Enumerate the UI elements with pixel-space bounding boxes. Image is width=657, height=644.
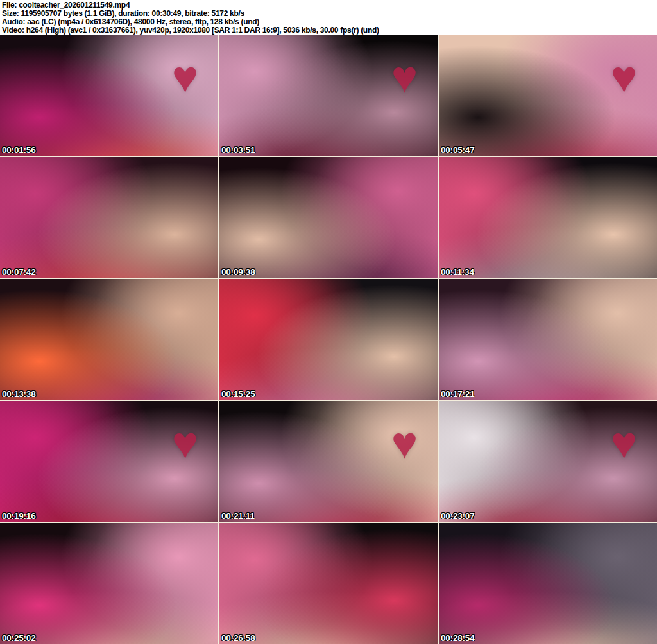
- video-contact-sheet: File: coolteacher_202601211549.mp4 Size:…: [0, 0, 657, 644]
- video-thumbnail: ♥ 00:07:42: [0, 157, 218, 278]
- thumbnail-image: [439, 523, 657, 644]
- timestamp-overlay: 00:19:16: [2, 511, 35, 521]
- file-info-header: File: coolteacher_202601211549.mp4 Size:…: [0, 0, 657, 35]
- heart-decor-icon: ♥: [391, 421, 418, 466]
- video-thumbnail: ♥ 00:19:16: [0, 401, 218, 522]
- timestamp-overlay: 00:28:54: [441, 633, 474, 643]
- thumbnail-grid: ♥ 00:01:56 ♥ 00:03:51 ♥ 00:05:47 ♥ 00:07…: [0, 35, 657, 644]
- heart-decor-icon: ♥: [172, 55, 199, 100]
- timestamp-overlay: 00:05:47: [441, 145, 474, 155]
- timestamp-overlay: 00:15:25: [221, 389, 255, 399]
- video-thumbnail: ♥ 00:21:11: [219, 401, 438, 522]
- video-thumbnail: ♥ 00:03:51: [219, 35, 438, 156]
- thumbnail-image: [219, 157, 438, 278]
- timestamp-overlay: 00:26:58: [221, 633, 255, 643]
- video-thumbnail: ♥ 00:23:07: [439, 401, 657, 522]
- video-thumbnail: ♥ 00:17:21: [439, 279, 657, 400]
- heart-decor-icon: ♥: [391, 55, 418, 100]
- video-thumbnail: ♥ 00:26:58: [219, 523, 438, 644]
- timestamp-overlay: 00:25:02: [2, 633, 35, 643]
- thumbnail-image: [219, 523, 438, 644]
- heart-decor-icon: ♥: [611, 55, 638, 100]
- thumbnail-image: [0, 157, 218, 278]
- video-thumbnail: ♥ 00:15:25: [219, 279, 438, 400]
- timestamp-overlay: 00:01:56: [2, 145, 35, 155]
- timestamp-overlay: 00:07:42: [2, 267, 35, 277]
- video-thumbnail: ♥ 00:13:38: [0, 279, 218, 400]
- thumbnail-image: [219, 279, 438, 400]
- timestamp-overlay: 00:21:11: [221, 511, 255, 521]
- timestamp-overlay: 00:11:34: [441, 267, 474, 277]
- thumbnail-image: [0, 523, 218, 644]
- video-thumbnail: ♥ 00:25:02: [0, 523, 218, 644]
- video-thumbnail: ♥ 00:28:54: [439, 523, 657, 644]
- heart-decor-icon: ♥: [611, 421, 638, 466]
- video-thumbnail: ♥ 00:09:38: [219, 157, 438, 278]
- timestamp-overlay: 00:03:51: [221, 145, 255, 155]
- timestamp-overlay: 00:17:21: [441, 389, 474, 399]
- timestamp-overlay: 00:23:07: [441, 511, 474, 521]
- timestamp-overlay: 00:13:38: [2, 389, 35, 399]
- video-codec-line: Video: h264 (High) (avc1 / 0x31637661), …: [2, 26, 657, 35]
- video-thumbnail: ♥ 00:05:47: [439, 35, 657, 156]
- thumbnail-image: [439, 279, 657, 400]
- timestamp-overlay: 00:09:38: [221, 267, 255, 277]
- thumbnail-image: [0, 279, 218, 400]
- video-thumbnail: ♥ 00:11:34: [439, 157, 657, 278]
- heart-decor-icon: ♥: [172, 421, 199, 466]
- thumbnail-image: [439, 157, 657, 278]
- video-thumbnail: ♥ 00:01:56: [0, 35, 218, 156]
